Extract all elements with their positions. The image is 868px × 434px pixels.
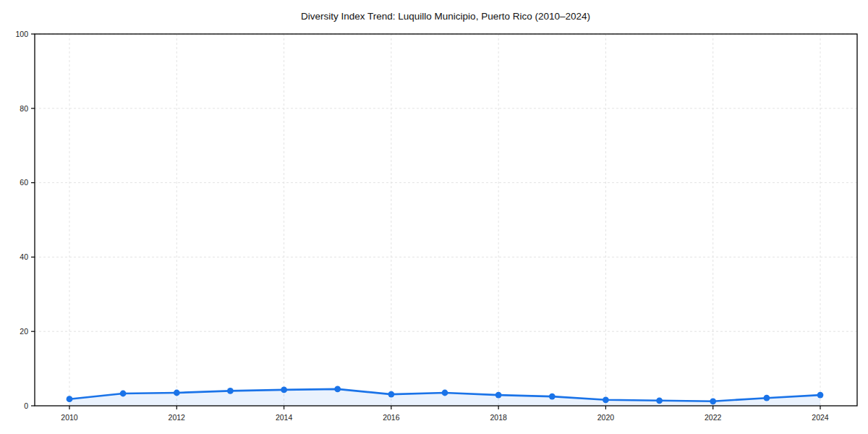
- data-point-2011: [120, 391, 127, 397]
- diversity-index-chart: Diversity Index Trend: Luquillo Municipi…: [0, 0, 868, 434]
- x-tick-label: 2018: [490, 413, 507, 422]
- x-tick-label: 2014: [276, 413, 293, 422]
- chart-figure: Diversity Index Trend: Luquillo Municipi…: [0, 0, 868, 434]
- data-point-2018: [495, 392, 502, 399]
- data-point-2010: [67, 396, 73, 402]
- y-tick-label: 80: [20, 104, 28, 113]
- chart-title: Diversity Index Trend: Luquillo Municipi…: [301, 11, 590, 22]
- y-tick-label: 60: [20, 178, 28, 187]
- data-point-2022: [710, 398, 716, 404]
- x-tick-label: 2024: [812, 413, 829, 422]
- x-tick-label: 2020: [597, 413, 615, 422]
- y-tick-label: 0: [24, 401, 28, 410]
- y-tick-label: 100: [15, 30, 28, 38]
- data-point-2020: [603, 396, 609, 403]
- y-tick-label: 40: [20, 252, 28, 261]
- data-point-2015: [334, 386, 341, 393]
- data-point-2024: [817, 392, 824, 399]
- y-tick-label: 20: [20, 327, 28, 336]
- plot-area: 2010201220142016201820202022202402040608…: [15, 30, 857, 422]
- data-point-2013: [227, 388, 234, 394]
- data-point-2014: [281, 387, 287, 393]
- x-tick-label: 2016: [383, 413, 400, 422]
- x-tick-label: 2022: [705, 413, 722, 422]
- x-tick-label: 2012: [169, 413, 186, 422]
- x-tick-label: 2010: [61, 413, 78, 422]
- axes-box: [35, 34, 857, 406]
- data-point-2023: [764, 395, 770, 401]
- data-point-2021: [656, 397, 663, 404]
- data-point-2012: [174, 390, 180, 396]
- data-point-2017: [442, 390, 448, 396]
- data-point-2016: [388, 391, 395, 398]
- data-point-2019: [549, 393, 556, 400]
